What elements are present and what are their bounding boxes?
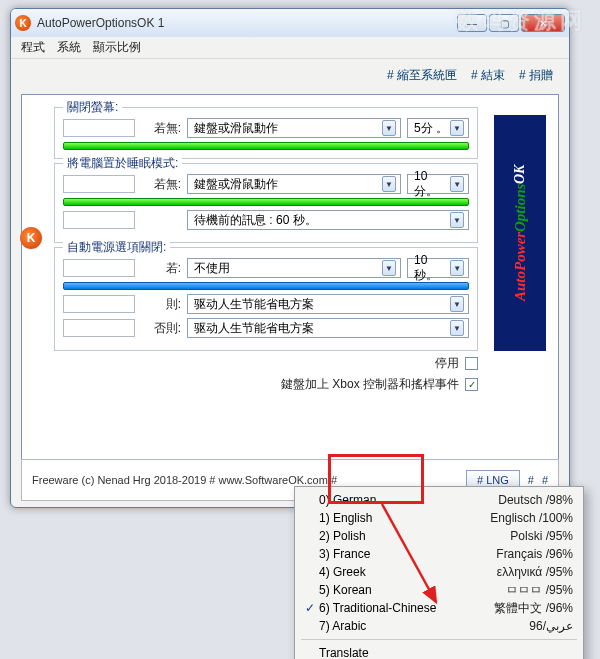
brand-word-2: Options [512,184,529,232]
group1-title: 關閉螢幕: [63,99,122,116]
g3-if-select[interactable]: 不使用 ▼ [187,258,401,278]
link-end[interactable]: # 結束 [471,67,505,84]
lang-name: 7) Arabic [319,619,529,633]
language-item[interactable]: ✓6) Traditional-Chinese繁體中文 /96% [295,599,583,617]
menubar: 程式 系統 顯示比例 [11,37,569,59]
chevron-down-icon: ▼ [450,260,464,276]
lang-name: 3) France [319,547,496,561]
g3-if-value: 不使用 [194,260,230,277]
g3-leading-box[interactable] [63,259,135,277]
g2-standby-value: 待機前的訊息 : 60 秒。 [194,212,317,229]
lang-name: 1) English [319,511,490,525]
bottom-options: 停用 鍵盤加上 Xbox 控制器和搖桿事件 ✓ [30,355,478,393]
menu-system[interactable]: 系統 [57,39,81,56]
g2-leading-box-2[interactable] [63,211,135,229]
language-item[interactable]: 1) EnglishEnglisch /100% [295,509,583,527]
link-tray[interactable]: # 縮至系統匣 [387,67,457,84]
g3-leading-box-3[interactable] [63,319,135,337]
g3-leading-box-2[interactable] [63,295,135,313]
language-menu: 0) GermanDeutsch /98%1) EnglishEnglisch … [294,486,584,659]
footer-hash-1[interactable]: # [528,474,534,486]
g2-time-select[interactable]: 10分。 ▼ [407,174,469,194]
window-title: AutoPowerOptionsOK 1 [37,16,457,30]
g3-progress [63,282,469,290]
close-button[interactable]: ✕ [521,14,565,32]
language-item[interactable]: 4) Greekελληνικά /95% [295,563,583,581]
language-item[interactable]: 7) Arabicعربي/96 [295,617,583,635]
g1-time-select[interactable]: 5分 。 ▼ [407,118,469,138]
g3-time-select[interactable]: 10秒。 ▼ [407,258,469,278]
menu-program[interactable]: 程式 [21,39,45,56]
lang-native: Français /96% [496,547,573,561]
footer-hash-2[interactable]: # [542,474,548,486]
topbar: # 縮至系統匣 # 結束 # 捐贈 [11,59,569,88]
g3-if-label: 若: [141,260,181,277]
lang-native: ㅁㅁㅁ /95% [506,582,573,599]
translate-item[interactable]: Translate [295,644,583,659]
language-item[interactable]: 0) GermanDeutsch /98% [295,491,583,509]
g1-progress [63,142,469,150]
minimize-button[interactable]: — [457,14,487,32]
g3-else-select[interactable]: 驱动人生节能省电方案 ▼ [187,318,469,338]
g2-condition-value: 鍵盤或滑鼠動作 [194,176,278,193]
g1-leading-box[interactable] [63,119,135,137]
language-item[interactable]: 2) PolishPolski /95% [295,527,583,545]
window-controls: — ▢ ✕ [457,14,565,32]
chevron-down-icon: ▼ [450,212,464,228]
lang-native: ελληνικά /95% [497,565,573,579]
lang-native: 繁體中文 /96% [494,600,573,617]
chevron-down-icon: ▼ [382,260,396,276]
xbox-checkbox[interactable]: ✓ [465,378,478,391]
g1-condition-select[interactable]: 鍵盤或滑鼠動作 ▼ [187,118,401,138]
language-item[interactable]: 3) FranceFrançais /96% [295,545,583,563]
g3-then-label: 則: [141,296,181,313]
group2-title: 將電腦置於睡眠模式: [63,155,182,172]
g2-leading-box[interactable] [63,175,135,193]
chevron-down-icon: ▼ [450,320,464,336]
side-app-icon: K [20,227,42,249]
link-donate[interactable]: # 捐贈 [519,67,553,84]
g3-else-label: 否則: [141,320,181,337]
g2-condition-select[interactable]: 鍵盤或滑鼠動作 ▼ [187,174,401,194]
g2-if-none-label: 若無: [141,176,181,193]
brand-word-3: OK [512,165,528,184]
lang-name: 5) Korean [319,583,506,597]
chevron-down-icon: ▼ [382,120,396,136]
main-window: K AutoPowerOptionsOK 1 — ▢ ✕ 程式 系統 顯示比例 … [10,8,570,508]
titlebar: K AutoPowerOptionsOK 1 — ▢ ✕ [11,9,569,37]
chevron-down-icon: ▼ [450,176,464,192]
lang-native: Deutsch /98% [498,493,573,507]
g2-standby-select[interactable]: 待機前的訊息 : 60 秒。 ▼ [187,210,469,230]
g3-then-select[interactable]: 驱动人生节能省电方案 ▼ [187,294,469,314]
g3-time-value: 10秒。 [414,253,450,284]
disable-checkbox[interactable] [465,357,478,370]
brand-word-1: AutoPower [512,232,529,301]
language-item[interactable]: 5) Koreanㅁㅁㅁ /95% [295,581,583,599]
lang-native: Polski /95% [510,529,573,543]
g1-condition-value: 鍵盤或滑鼠動作 [194,120,278,137]
group-turn-off-screen: 關閉螢幕: 若無: 鍵盤或滑鼠動作 ▼ 5分 。 ▼ [54,107,478,159]
disable-label: 停用 [435,355,459,372]
lang-name: 4) Greek [319,565,497,579]
g3-then-value: 驱动人生节能省电方案 [194,296,314,313]
lang-native: عربي/96 [529,619,573,633]
app-icon: K [15,15,31,31]
group3-title: 自動電源選項關閉: [63,239,170,256]
check-icon: ✓ [301,601,319,615]
lang-name: 0) German [319,493,498,507]
g3-else-value: 驱动人生节能省电方案 [194,320,314,337]
maximize-button[interactable]: ▢ [489,14,519,32]
chevron-down-icon: ▼ [450,296,464,312]
credit-text: Freeware (c) Nenad Hrg 2018-2019 # www.S… [32,474,458,486]
lang-native: Englisch /100% [490,511,573,525]
g1-if-none-label: 若無: [141,120,181,137]
menu-display-ratio[interactable]: 顯示比例 [93,39,141,56]
group-auto-power-options: 自動電源選項關閉: 若: 不使用 ▼ 10秒。 ▼ 則: 驱动人生节能省电方案 [54,247,478,351]
content-panel: K AutoPowerOptionsOK 關閉螢幕: 若無: 鍵盤或滑鼠動作 ▼… [21,94,559,472]
chevron-down-icon: ▼ [450,120,464,136]
group-sleep-mode: 將電腦置於睡眠模式: 若無: 鍵盤或滑鼠動作 ▼ 10分。 ▼ 待機前的訊息 :… [54,163,478,243]
menu-separator [301,639,577,640]
g2-progress [63,198,469,206]
chevron-down-icon: ▼ [382,176,396,192]
g2-time-value: 10分。 [414,169,450,200]
